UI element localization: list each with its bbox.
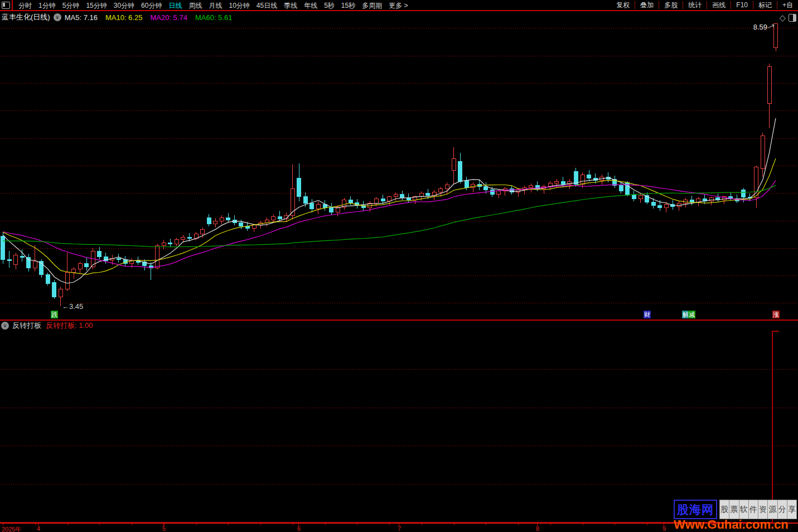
toolbar-actions: 复权叠加多股统计画线F10标记+自 (611, 0, 798, 10)
period-tab-15[interactable]: 多周期 (359, 2, 385, 9)
watermark-slogan-char: 股 (719, 500, 729, 519)
indicator-signal-line (0, 331, 779, 523)
panel-divider[interactable] (0, 320, 798, 321)
price-gridlines (0, 28, 798, 303)
period-tab-6[interactable]: 日线 (165, 2, 185, 9)
event-badge-涨[interactable]: 涨 (772, 311, 780, 318)
watermark-slogan-char: 享 (787, 500, 797, 519)
x-axis-minor-tick (196, 524, 197, 525)
event-badge-减[interactable]: 减 (688, 311, 695, 318)
toolbar-action-4[interactable]: 画线 (707, 1, 731, 10)
toolbar-action-5[interactable]: F10 (731, 1, 753, 9)
watermark: 股海网 股票软件资源分享 Www.Guhai.com.cn (674, 500, 797, 531)
x-axis-minor-tick (325, 524, 326, 525)
x-axis-month-label: 5 (162, 525, 166, 532)
watermark-slogan-char: 软 (739, 500, 749, 519)
watermark-site-name: 股海网 (674, 500, 717, 519)
x-axis-minor-tick (228, 524, 229, 525)
ma-line-ma60 (3, 185, 776, 246)
period-tab-10[interactable]: 45日线 (253, 2, 280, 9)
period-tab-12[interactable]: 年线 (301, 2, 321, 9)
watermark-slogan-char: 分 (778, 500, 787, 519)
period-tab-13[interactable]: 5秒 (321, 2, 338, 9)
period-tab-4[interactable]: 30分钟 (110, 2, 138, 9)
x-axis-minor-tick (550, 524, 551, 525)
high-price-label: 8.59 (753, 23, 767, 31)
watermark-slogan-char: 资 (758, 500, 768, 519)
low-price-label: ←3.45 (62, 302, 83, 311)
x-axis-month-label: 8 (536, 525, 539, 532)
x-axis-year-label: 2025年 (2, 525, 21, 532)
x-axis-minor-tick (486, 524, 486, 525)
period-tab-9[interactable]: 10分钟 (225, 2, 253, 9)
ma-values: MA5: 7.16MA10: 6.25MA20: 5.74MA60: 5.61 (65, 13, 240, 22)
split-panel-icon[interactable] (789, 14, 796, 22)
period-tab-0[interactable]: 分时 (15, 2, 35, 9)
x-axis-minor-tick (583, 524, 583, 525)
x-axis-minor-tick (260, 524, 261, 525)
toolbar-action-6[interactable]: 标记 (753, 1, 777, 10)
high-label-arrow (768, 25, 774, 28)
x-axis-month-label: 7 (398, 525, 401, 532)
x-axis-month-label: 6 (297, 525, 301, 532)
toolbar-action-0[interactable]: 复权 (611, 1, 635, 10)
candles-group (1, 23, 778, 306)
event-badge-跌[interactable]: 跌 (51, 311, 58, 318)
period-tab-5[interactable]: 60分钟 (138, 2, 165, 9)
chevron-down-icon[interactable] (54, 13, 61, 21)
indicator-name: 反转打板 (12, 321, 41, 331)
ma-value-0: MA5: 7.16 (65, 13, 98, 22)
ma-value-2: MA20: 5.74 (150, 13, 187, 22)
period-tab-16[interactable]: 更多 > (385, 2, 411, 9)
window-panel-icon[interactable] (2, 2, 10, 9)
x-axis-minor-tick (99, 524, 100, 525)
period-tab-2[interactable]: 5分钟 (59, 2, 83, 9)
diamond-marker-icon[interactable]: ◇ (779, 13, 786, 22)
watermark-slogan-char: 票 (729, 500, 739, 519)
ma-value-1: MA10: 6.25 (105, 13, 143, 22)
main-candlestick-chart[interactable]: 8.59←3.45 (0, 22, 798, 311)
x-axis-minor-tick (35, 524, 36, 525)
x-axis-minor-tick (647, 524, 647, 525)
toolbar-action-3[interactable]: 统计 (683, 1, 707, 10)
chart-header: 蓝丰生化(日线) MA5: 7.16MA10: 6.25MA20: 5.74MA… (0, 12, 798, 22)
toolbar-divider (12, 0, 13, 10)
period-tabs: 分时1分钟5分钟15分钟30分钟60分钟日线周线月线10分钟45日线季线年线5秒… (15, 0, 412, 11)
period-tab-7[interactable]: 周线 (185, 2, 205, 9)
ma-value-3: MA60: 5.61 (195, 13, 233, 22)
chart-corner-controls: ◇ (779, 13, 796, 22)
period-toolbar: 分时1分钟5分钟15分钟30分钟60分钟日线周线月线10分钟45日线季线年线5秒… (0, 0, 798, 11)
x-axis-minor-tick (615, 524, 615, 525)
event-badge-财[interactable]: 财 (644, 311, 651, 318)
chevron-down-icon[interactable] (1, 322, 9, 330)
watermark-url: Www.Guhai.com.cn (674, 518, 797, 531)
toolbar-action-2[interactable]: 多股 (659, 1, 683, 10)
stock-title: 蓝丰生化(日线) (2, 12, 50, 22)
toolbar-action-1[interactable]: 叠加 (635, 1, 659, 10)
x-axis-month-label: 4 (37, 525, 40, 532)
x-axis-minor-tick (132, 524, 132, 525)
period-tab-11[interactable]: 季线 (280, 2, 301, 9)
period-tab-1[interactable]: 1分钟 (35, 2, 59, 9)
x-axis-minor-tick (518, 524, 519, 525)
period-tab-14[interactable]: 15秒 (338, 2, 359, 9)
period-tab-3[interactable]: 15分钟 (83, 2, 110, 9)
x-axis-minor-tick (293, 524, 293, 525)
indicator-value: 反转打板: 1.00 (46, 321, 93, 331)
toolbar-action-7[interactable]: +自 (777, 1, 798, 10)
x-axis-month-label: 9 (662, 525, 666, 532)
indicator-gridlines (0, 370, 798, 485)
x-axis-minor-tick (422, 524, 422, 525)
x-axis-minor-tick (454, 524, 454, 525)
x-axis-minor-tick (389, 524, 390, 525)
x-axis-minor-tick (67, 524, 68, 525)
watermark-slogan: 股票软件资源分享 (719, 500, 797, 519)
indicator-chart[interactable] (0, 330, 798, 523)
x-axis-minor-tick (357, 524, 357, 525)
period-tab-8[interactable]: 月线 (205, 2, 225, 9)
watermark-slogan-char: 件 (749, 500, 758, 519)
indicator-header: 反转打板 反转打板: 1.00 (0, 321, 798, 330)
watermark-slogan-char: 源 (768, 500, 777, 519)
